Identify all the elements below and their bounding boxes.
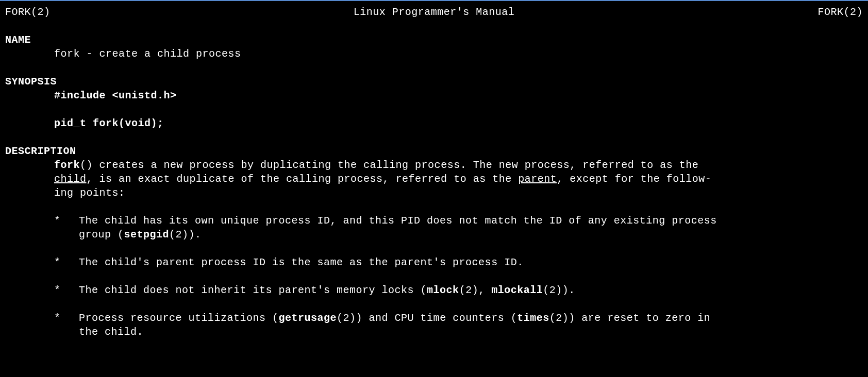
description-intro-line1: fork() creates a new process by duplicat…	[5, 158, 863, 172]
bullet-text-frag: (2)).	[543, 284, 575, 296]
header-left: FORK(2)	[5, 5, 51, 19]
header-right: FORK(2)	[817, 5, 863, 19]
bullet-item-3: * The child does not inherit its parent'…	[5, 283, 863, 297]
section-synopsis-heading: SYNOPSIS	[5, 75, 863, 89]
bullet-text: The child's parent process ID is the sam…	[79, 255, 863, 269]
bullet-text-frag: (2),	[459, 284, 492, 296]
desc-text: , except for the follow-	[557, 173, 711, 185]
section-description-heading: DESCRIPTION	[5, 144, 863, 158]
bullet-text-frag: group (	[79, 229, 124, 241]
fork-bold: fork	[54, 159, 80, 171]
desc-text: , is an exact duplicate of the calling p…	[87, 173, 519, 185]
bullet-text-frag: The child does not inherit its parent's …	[79, 284, 427, 296]
description-intro-line3: ing points:	[5, 186, 863, 200]
bullet-text-frag: Process resource utilizations (	[79, 312, 279, 324]
mlockall-bold: mlockall	[491, 284, 543, 296]
setpgid-bold: setpgid	[124, 229, 170, 241]
bullet-marker: *	[54, 255, 79, 269]
description-intro-line2: child, is an exact duplicate of the call…	[5, 172, 863, 186]
parent-underline: parent	[518, 173, 557, 185]
bullet-marker: *	[54, 311, 79, 339]
desc-text: () creates a new process by duplicating …	[80, 159, 698, 171]
synopsis-prototype: pid_t fork(void);	[5, 116, 863, 130]
bullet-item-1: * The child has its own unique process I…	[5, 214, 863, 242]
bullet-marker: *	[54, 214, 79, 242]
bullet-item-2: * The child's parent process ID is the s…	[5, 255, 863, 269]
header-center: Linux Programmer's Manual	[354, 5, 515, 19]
bullet-line: The child does not inherit its parent's …	[79, 283, 863, 297]
child-underline: child	[54, 173, 87, 185]
bullet-text-frag: (2)) and CPU time counters (	[337, 312, 517, 324]
bullet-text-frag: (2)).	[169, 229, 202, 241]
section-name-heading: NAME	[5, 33, 863, 47]
bullet-line: Process resource utilizations (getrusage…	[79, 311, 863, 325]
bullet-text-frag: (2)) are reset to zero in	[549, 312, 711, 324]
bullet-line: the child.	[79, 325, 863, 339]
times-bold: times	[517, 312, 549, 324]
bullet-marker: *	[54, 283, 79, 297]
bullet-text: Process resource utilizations (getrusage…	[79, 311, 863, 339]
bullet-line: The child has its own unique process ID,…	[79, 214, 863, 228]
mlock-bold: mlock	[427, 284, 459, 296]
bullet-item-4: * Process resource utilizations (getrusa…	[5, 311, 863, 339]
synopsis-include: #include <unistd.h>	[5, 89, 863, 102]
manpage-header: FORK(2) Linux Programmer's Manual FORK(2…	[5, 5, 863, 19]
name-text: fork - create a child process	[5, 47, 863, 61]
bullet-text: The child does not inherit its parent's …	[79, 283, 863, 297]
bullet-text: The child has its own unique process ID,…	[79, 214, 863, 242]
bullet-line: The child's parent process ID is the sam…	[79, 255, 863, 269]
bullet-line: group (setpgid(2)).	[79, 228, 863, 242]
getrusage-bold: getrusage	[279, 312, 337, 324]
